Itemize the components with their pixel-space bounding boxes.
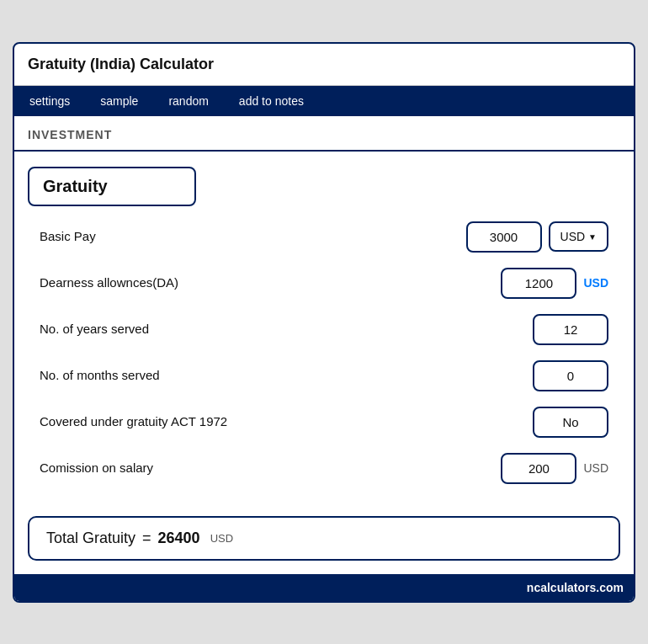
currency-btn-label: USD [560,230,586,243]
input-dearness[interactable] [501,268,576,299]
field-row-basic-pay: Basic Pay USD ▼ [40,221,608,253]
total-box: Total Gratuity = 26400 USD [28,516,620,561]
field-row-covered: Covered under gratuity ACT 1972 [40,407,608,438]
field-right-commission: USD [501,453,608,484]
branding-bar: ncalculators.com [14,574,634,601]
currency-dropdown-basic-pay[interactable]: USD ▼ [549,221,608,252]
field-right-basic-pay: USD ▼ [466,221,608,253]
total-currency: USD [210,532,233,545]
app-title: Gratuity (India) Calculator [14,44,634,86]
nav-add-to-notes[interactable]: add to notes [224,86,319,116]
field-row-years: No. of years served [40,314,608,345]
nav-bar: settings sample random add to notes [14,86,634,116]
nav-random[interactable]: random [153,86,223,116]
field-right-dearness: USD [501,268,608,299]
section-label: INVESTMENT [14,116,634,152]
dropdown-arrow-icon: ▼ [588,232,597,242]
nav-sample[interactable]: sample [85,86,153,116]
nav-settings[interactable]: settings [14,86,85,116]
branding-text: ncalculators.com [527,581,624,594]
calculator-container: Gratuity (India) Calculator settings sam… [13,42,635,603]
field-right-years [533,314,608,345]
label-dearness: Dearness allownces(DA) [40,274,487,291]
total-value: 26400 [158,530,200,547]
total-equals: = [142,530,151,547]
label-months: No. of months served [40,367,519,384]
input-covered[interactable] [533,407,608,438]
field-right-covered [533,407,608,438]
currency-label-dearness: USD [583,276,608,290]
field-row-dearness: Dearness allownces(DA) USD [40,268,608,299]
total-label: Total Gratuity [46,530,135,547]
field-row-months: No. of months served [40,360,608,391]
field-row-commission: Comission on salary USD [40,453,608,484]
input-months[interactable] [533,360,608,391]
label-basic-pay: Basic Pay [40,228,453,245]
calculator-heading: Gratuity [28,167,196,206]
label-covered: Covered under gratuity ACT 1972 [40,413,519,430]
label-years: No. of years served [40,321,519,338]
input-years[interactable] [533,314,608,345]
field-right-months [533,360,608,391]
currency-label-commission: USD [583,461,608,475]
input-commission[interactable] [501,453,576,484]
input-basic-pay[interactable] [466,221,542,253]
fields-container: Basic Pay USD ▼ Dearness allownces(DA) U… [14,213,634,508]
label-commission: Comission on salary [40,460,487,476]
